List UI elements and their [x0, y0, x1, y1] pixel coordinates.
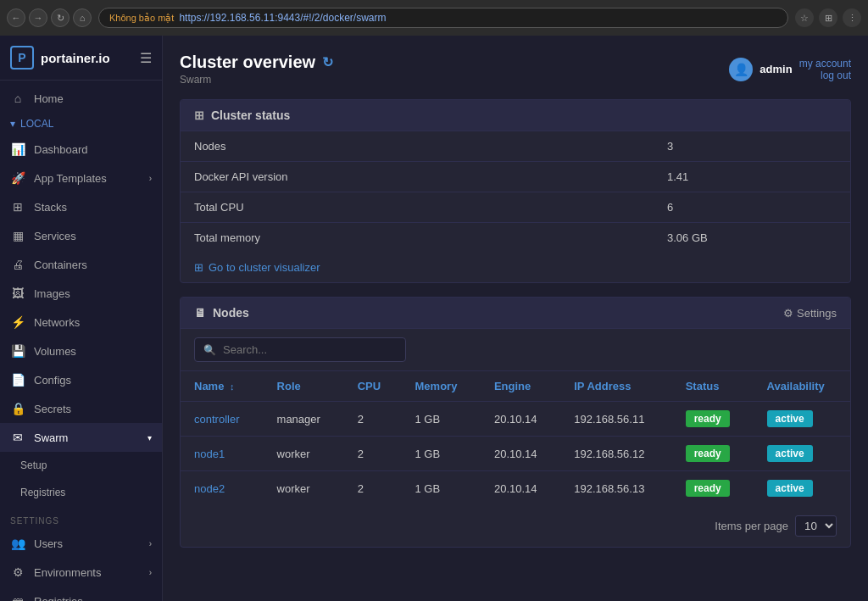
sidebar-header: P portainer.io ☰	[0, 36, 162, 81]
nodes-label: Nodes	[194, 140, 667, 153]
status-row-memory: Total memory 3.06 GB	[181, 223, 850, 253]
status-row-nodes: Nodes 3	[181, 131, 850, 162]
sidebar-toggle-button[interactable]: ☰	[140, 50, 152, 66]
user-section: 👤 admin my account log out	[729, 58, 851, 81]
sidebar-volumes-label: Volumes	[34, 345, 76, 358]
node-name-link[interactable]: node1	[194, 448, 225, 460]
sidebar-item-app-templates[interactable]: 🚀 App Templates ›	[0, 164, 162, 192]
sidebar-item-secrets[interactable]: 🔒 Secrets	[0, 394, 162, 423]
node-engine-cell: 20.10.14	[481, 437, 560, 471]
node-name-link[interactable]: controller	[194, 413, 239, 426]
menu-icon[interactable]: ⋮	[843, 8, 861, 27]
node-memory-cell: 1 GB	[402, 437, 481, 471]
nodes-settings-label: Settings	[797, 307, 837, 320]
extensions-icon[interactable]: ⊞	[819, 8, 837, 27]
bookmark-icon[interactable]: ☆	[795, 8, 814, 27]
sidebar-item-containers[interactable]: 🖨 Containers	[0, 250, 162, 279]
sidebar-registries2-label: Registries	[34, 595, 83, 602]
col-ip: IP Address	[560, 371, 671, 402]
home-button[interactable]: ⌂	[73, 8, 92, 27]
sidebar-item-configs[interactable]: 📄 Configs	[0, 365, 162, 394]
forward-button[interactable]: →	[29, 8, 47, 27]
refresh-button[interactable]: ↻	[51, 8, 70, 27]
address-bar[interactable]: Không bảo mật https://192.168.56.11:9443…	[98, 8, 788, 28]
sidebar-item-users[interactable]: 👥 Users ›	[0, 529, 162, 558]
sidebar-item-dashboard[interactable]: 📊 Dashboard	[0, 135, 162, 164]
node-status-cell: ready	[672, 437, 754, 471]
visualizer-icon: ⊞	[194, 261, 203, 274]
sidebar: P portainer.io ☰ ⌂ Home ▾ LOCAL 📊 Dashbo…	[0, 36, 163, 601]
total-memory-value: 3.06 GB	[667, 231, 837, 244]
swarm-icon: ✉	[10, 431, 25, 444]
back-button[interactable]: ←	[7, 8, 25, 27]
cluster-visualizer-link[interactable]: ⊞ Go to cluster visualizer	[194, 261, 837, 274]
per-page-select[interactable]: 10 25 50	[795, 515, 837, 537]
nodes-card-header: 🖥 Nodes ⚙ Settings	[181, 298, 850, 329]
col-name-label: Name	[194, 380, 224, 392]
col-name: Name ↕	[181, 371, 264, 402]
total-cpu-value: 6	[667, 201, 837, 214]
sidebar-stacks-label: Stacks	[34, 201, 67, 214]
node-availability-cell: active	[754, 402, 850, 437]
search-input[interactable]	[223, 343, 397, 356]
sidebar-item-services[interactable]: ▦ Services	[0, 221, 162, 250]
col-cpu: CPU	[344, 371, 402, 402]
node-name-cell: node2	[181, 471, 264, 506]
sidebar-item-setup[interactable]: Setup	[0, 452, 162, 479]
node-ip-cell: 192.168.56.12	[560, 437, 671, 471]
sidebar-item-swarm[interactable]: ✉ Swarm ▾	[0, 423, 162, 452]
sidebar-images-label: Images	[34, 287, 70, 300]
total-memory-label: Total memory	[194, 231, 667, 244]
browser-actions: ☆ ⊞ ⋮	[795, 8, 861, 27]
sidebar-item-volumes[interactable]: 💾 Volumes	[0, 337, 162, 365]
users-icon: 👥	[10, 537, 25, 550]
log-out-link[interactable]: log out	[821, 70, 851, 81]
nodes-search-bar: 🔍	[181, 329, 850, 371]
node-status-cell: ready	[672, 471, 754, 506]
refresh-icon[interactable]: ↻	[322, 54, 333, 70]
users-chevron-icon: ›	[149, 539, 152, 548]
cluster-status-icon: ⊞	[194, 109, 204, 122]
sidebar-env-selector[interactable]: ▾ LOCAL	[0, 113, 162, 135]
sidebar-app-templates-label: App Templates	[34, 172, 107, 185]
node-name-link[interactable]: node2	[194, 482, 225, 495]
availability-badge: active	[767, 480, 813, 497]
top-bar: Cluster overview ↻ Swarm 👤 admin my acco…	[180, 53, 851, 86]
sidebar-item-registries-settings[interactable]: 🗃 Registries	[0, 587, 162, 601]
node-memory-cell: 1 GB	[402, 402, 481, 437]
settings-section-label: SETTINGS	[0, 506, 162, 529]
cluster-visualizer-link-wrap: ⊞ Go to cluster visualizer	[181, 253, 850, 282]
page-subtitle: Swarm	[180, 74, 333, 86]
app-layout: P portainer.io ☰ ⌂ Home ▾ LOCAL 📊 Dashbo…	[0, 36, 868, 601]
sidebar-item-stacks[interactable]: ⊞ Stacks	[0, 192, 162, 221]
node-role-cell: worker	[264, 437, 344, 471]
env-label: LOCAL	[20, 118, 53, 130]
main-content: Cluster overview ↻ Swarm 👤 admin my acco…	[163, 36, 868, 601]
cluster-status-card: ⊞ Cluster status Nodes 3 Docker API vers…	[180, 99, 851, 283]
sidebar-item-networks[interactable]: ⚡ Networks	[0, 308, 162, 337]
node-status-cell: ready	[672, 402, 754, 437]
node-role-cell: manager	[264, 402, 344, 437]
nodes-value: 3	[667, 140, 837, 153]
status-row-cpu: Total CPU 6	[181, 192, 850, 223]
sidebar-item-registries-swarm[interactable]: Registries	[0, 479, 162, 506]
sidebar-logo: P portainer.io	[10, 46, 110, 70]
table-row: controller manager 2 1 GB 20.10.14 192.1…	[181, 402, 850, 437]
total-cpu-label: Total CPU	[194, 201, 667, 214]
col-engine: Engine	[481, 371, 560, 402]
browser-nav-buttons: ← → ↻ ⌂	[7, 8, 92, 27]
sidebar-networks-label: Networks	[34, 316, 80, 329]
node-cpu-cell: 2	[344, 437, 402, 471]
sidebar-item-images[interactable]: 🖼 Images	[0, 279, 162, 308]
sidebar-configs-label: Configs	[34, 374, 71, 387]
my-account-link[interactable]: my account	[799, 58, 851, 70]
sidebar-item-environments[interactable]: ⚙ Environments ›	[0, 558, 162, 587]
sidebar-item-home[interactable]: ⌂ Home	[0, 84, 162, 113]
portainer-logo-icon: P	[10, 46, 34, 70]
nodes-card: 🖥 Nodes ⚙ Settings 🔍 Name	[180, 297, 851, 548]
sort-icon[interactable]: ↕	[230, 381, 235, 392]
containers-icon: 🖨	[10, 258, 25, 271]
nodes-settings-button[interactable]: ⚙ Settings	[783, 307, 837, 320]
visualizer-link-text: Go to cluster visualizer	[209, 261, 320, 274]
user-name: admin	[760, 63, 792, 75]
